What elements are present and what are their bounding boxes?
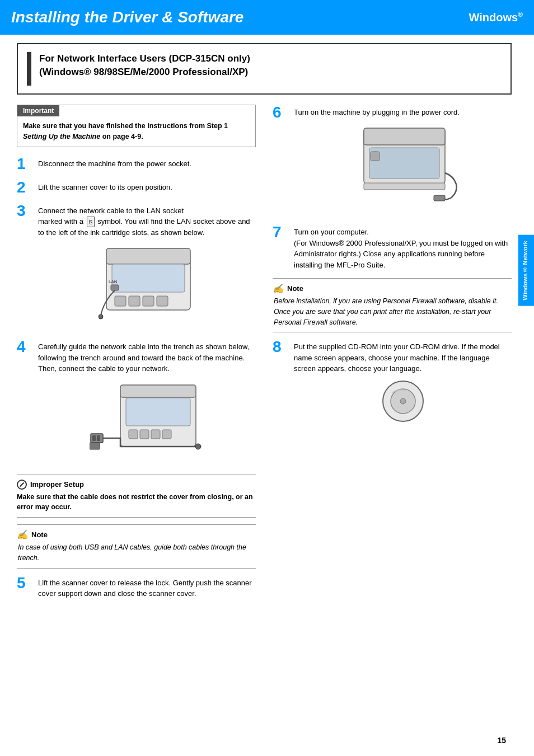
svg-rect-15 — [151, 430, 160, 439]
section-heading: For Network Interface Users (DCP-315CN o… — [17, 43, 512, 95]
svg-rect-19 — [97, 435, 100, 441]
step-6-svg — [347, 123, 459, 209]
svg-rect-6 — [157, 296, 168, 306]
svg-rect-14 — [140, 430, 149, 439]
svg-rect-28 — [371, 152, 380, 161]
svg-rect-11 — [120, 385, 196, 397]
important-box: Important Make sure that you have finish… — [17, 105, 256, 147]
lan-symbol: ⎘ — [87, 217, 95, 227]
note-1-header: ✍ Note — [17, 529, 256, 540]
step-4-content: Carefully guide the network cable into t… — [38, 339, 256, 374]
svg-rect-5 — [143, 296, 154, 306]
cdrom-svg — [381, 379, 425, 424]
step-6-diagram — [294, 123, 512, 213]
improper-setup-box: Improper Setup Make sure that the cable … — [17, 475, 256, 518]
cdrom-diagram — [294, 379, 512, 427]
main-content: For Network Interface Users (DCP-315CN o… — [0, 35, 534, 618]
note-1-box: ✍ Note In case of using both USB and LAN… — [17, 524, 256, 569]
improper-setup-header: Improper Setup — [17, 480, 256, 490]
svg-rect-18 — [92, 435, 96, 441]
svg-rect-25 — [364, 183, 445, 190]
step-1-content: Disconnect the machine from the power so… — [38, 156, 256, 170]
step-6: 6 Turn on the machine by plugging in the… — [273, 105, 512, 217]
left-column: Important Make sure that you have finish… — [17, 105, 256, 607]
step-3-diagram: LAN — [38, 243, 256, 327]
svg-text:LAN: LAN — [109, 279, 118, 284]
two-column-layout: Important Make sure that you have finish… — [17, 105, 512, 607]
svg-rect-4 — [129, 296, 140, 306]
svg-rect-24 — [369, 148, 439, 179]
page-header: Installing the Driver & Software Windows… — [0, 0, 534, 35]
step-6-content: Turn on the machine by plugging in the p… — [294, 105, 512, 217]
header-windows-label: Windows® — [469, 11, 523, 24]
svg-rect-23 — [364, 128, 445, 145]
note-2-body: Before installation, if you are using Pe… — [273, 296, 512, 327]
step-4: 4 Carefully guide the network cable into… — [17, 339, 256, 374]
important-body: Make sure that you have finished the ins… — [17, 116, 255, 147]
improper-icon — [17, 480, 27, 490]
svg-rect-21 — [90, 443, 100, 449]
svg-point-31 — [400, 398, 406, 404]
section-heading-bar — [27, 52, 31, 86]
svg-point-9 — [99, 314, 103, 319]
note-2-header: ✍ Note — [273, 283, 512, 294]
improper-setup-label: Improper Setup — [30, 480, 84, 489]
step-7-content: Turn on your computer. (For Windows® 200… — [294, 224, 512, 270]
step-4-svg — [90, 382, 202, 466]
header-title: Installing the Driver & Software — [11, 8, 243, 26]
svg-rect-1 — [106, 248, 190, 264]
step-3: 3 Connect the network cable to the LAN s… — [17, 203, 256, 332]
step-5: 5 Lift the scanner cover to release the … — [17, 575, 256, 599]
svg-rect-16 — [162, 430, 171, 439]
step-1: 1 Disconnect the machine from the power … — [17, 156, 256, 172]
note-icon-1: ✍ — [17, 529, 28, 540]
step-2-content: Lift the scanner cover to its open posit… — [38, 180, 256, 193]
improper-setup-body: Make sure that the cable does not restri… — [17, 492, 256, 513]
step-2: 2 Lift the scanner cover to its open pos… — [17, 180, 256, 195]
svg-rect-26 — [434, 195, 445, 201]
svg-rect-7 — [111, 285, 119, 290]
step-7: 7 Turn on your computer. (For Windows® 2… — [273, 224, 512, 270]
important-label: Important — [17, 105, 59, 116]
note-icon-2: ✍ — [273, 283, 284, 294]
step-5-content: Lift the scanner cover to release the lo… — [38, 575, 256, 599]
step-8-content: Put the supplied CD-ROM into your CD-ROM… — [294, 339, 512, 431]
svg-rect-3 — [115, 296, 126, 306]
right-column: 6 Turn on the machine by plugging in the… — [273, 105, 512, 607]
step-8: 8 Put the supplied CD-ROM into your CD-R… — [273, 339, 512, 431]
svg-rect-13 — [129, 430, 138, 439]
step-3-svg: LAN — [95, 243, 199, 324]
page-number: 15 — [497, 736, 506, 745]
side-tab: Windows® Network — [518, 235, 534, 306]
section-heading-text: For Network Interface Users (DCP-315CN o… — [39, 52, 250, 79]
svg-point-20 — [195, 444, 201, 449]
note-1-body: In case of using both USB and LAN cables… — [17, 542, 256, 564]
step-4-diagram — [35, 382, 256, 468]
step-3-content: Connect the network cable to the LAN soc… — [38, 203, 256, 332]
svg-rect-2 — [112, 264, 185, 292]
note-2-box: ✍ Note Before installation, if you are u… — [273, 278, 512, 332]
svg-rect-12 — [126, 398, 190, 426]
